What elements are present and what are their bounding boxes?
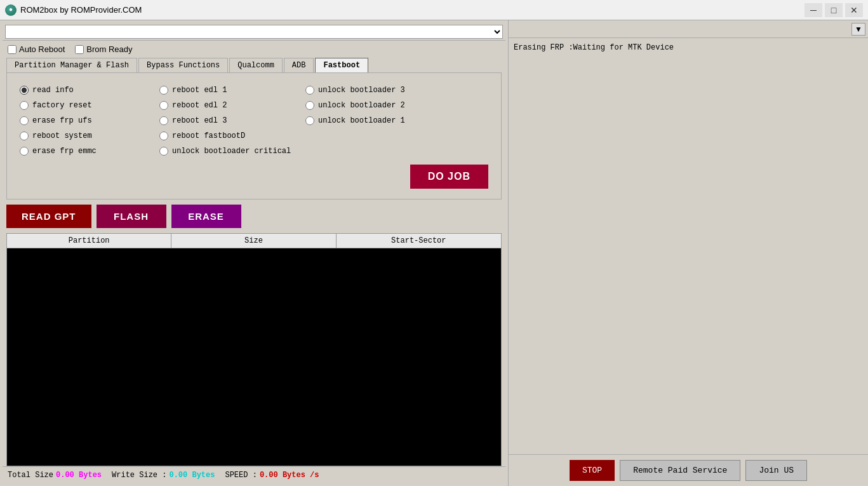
- checkbox-row: Auto Reboot Brom Ready: [3, 41, 505, 58]
- erase-button[interactable]: ERASE: [171, 205, 241, 228]
- left-panel: Auto Reboot Brom Ready Partition Manager…: [0, 20, 508, 486]
- radio-erase-frp-emmc: erase frp emmc: [20, 147, 159, 156]
- radio-factory-reset: factory reset: [20, 101, 159, 110]
- minimize-button[interactable]: ─: [805, 3, 822, 17]
- window-controls: ─ □ ✕: [805, 3, 863, 17]
- tab-adb[interactable]: ADB: [284, 58, 314, 72]
- table-header: Partition Size Start-Sector: [6, 233, 502, 248]
- brom-ready-input[interactable]: [75, 45, 84, 54]
- radio-reboot-fastbootd: reboot fastbootD: [159, 132, 305, 140]
- speed-value: 0.00 Bytes /s: [260, 471, 319, 480]
- top-bar: [3, 23, 505, 41]
- auto-reboot-input[interactable]: [8, 45, 17, 54]
- brom-ready-checkbox[interactable]: Brom Ready: [75, 44, 132, 54]
- radio-reboot-edl3: reboot edl 3: [159, 116, 305, 125]
- total-size-item: Total Size 0.00 Bytes: [8, 471, 102, 480]
- do-job-button[interactable]: DO JOB: [410, 165, 488, 189]
- table-col-partition: Partition: [7, 234, 171, 248]
- radio-col-1: read info factory reset erase frp ufs re…: [20, 86, 159, 156]
- radio-unlock-critical-input[interactable]: [159, 147, 168, 156]
- right-bottom-bar: STOP Remote Paid Service Join US: [509, 454, 868, 486]
- maximize-button[interactable]: □: [825, 3, 843, 17]
- title-bar-left: ● ROM2box by ROMProvider.COM: [5, 4, 142, 16]
- radio-reboot-edl1-label: reboot edl 1: [172, 86, 227, 95]
- radio-reboot-edl3-label: reboot edl 3: [172, 116, 227, 125]
- title-bar: ● ROM2box by ROMProvider.COM ─ □ ✕: [0, 0, 868, 20]
- radio-factory-reset-label: factory reset: [32, 101, 92, 110]
- radio-unlock-bl1-label: unlock bootloader 1: [318, 116, 405, 125]
- radio-unlock-bl1-input[interactable]: [305, 116, 314, 125]
- log-text: Erasing FRP :Waiting for MTK Device: [514, 43, 674, 52]
- radio-unlock-bl3: unlock bootloader 3: [305, 86, 451, 95]
- radio-unlock-bl3-input[interactable]: [305, 86, 314, 95]
- radio-reboot-edl3-input[interactable]: [159, 116, 168, 125]
- radio-reboot-edl1-input[interactable]: [159, 86, 168, 95]
- brom-ready-label: Brom Ready: [86, 44, 132, 54]
- main-layout: Auto Reboot Brom Ready Partition Manager…: [0, 20, 868, 486]
- fastboot-tab-content: read info factory reset erase frp ufs re…: [6, 72, 502, 199]
- radio-unlock-bl2: unlock bootloader 2: [305, 101, 451, 110]
- read-gpt-button[interactable]: READ GPT: [6, 205, 91, 228]
- radio-col-3: unlock bootloader 3 unlock bootloader 2 …: [305, 86, 451, 156]
- tab-partition[interactable]: Partition Manager & Flash: [6, 58, 137, 72]
- radio-erase-frp-ufs-input[interactable]: [20, 116, 29, 125]
- radio-erase-frp-ufs: erase frp ufs: [20, 116, 159, 125]
- write-size-value: 0.00 Bytes: [169, 471, 215, 480]
- radio-read-info: read info: [20, 86, 159, 95]
- status-bar: Total Size 0.00 Bytes Write Size : 0.00 …: [3, 466, 505, 483]
- auto-reboot-label: Auto Reboot: [19, 44, 65, 54]
- action-buttons-row: READ GPT FLASH ERASE: [3, 199, 505, 233]
- radio-options-grid: read info factory reset erase frp ufs re…: [15, 81, 493, 161]
- tabs-container: Partition Manager & Flash Bypass Functio…: [3, 58, 505, 72]
- radio-reboot-system: reboot system: [20, 132, 159, 140]
- total-size-value: 0.00 Bytes: [56, 471, 102, 480]
- radio-unlock-critical-label: unlock bootloader critical: [172, 147, 291, 156]
- table-body[interactable]: [6, 248, 502, 466]
- radio-read-info-input[interactable]: [20, 86, 29, 95]
- tab-bypass[interactable]: Bypass Functions: [138, 58, 228, 72]
- right-panel: ▼ Erasing FRP :Waiting for MTK Device ST…: [508, 20, 868, 486]
- right-dropdown-button[interactable]: ▼: [851, 23, 865, 36]
- log-area: Erasing FRP :Waiting for MTK Device: [509, 38, 868, 454]
- radio-unlock-bl3-label: unlock bootloader 3: [318, 86, 405, 95]
- radio-reboot-fastbootd-label: reboot fastbootD: [172, 132, 245, 140]
- app-icon: ●: [5, 4, 17, 16]
- right-top-bar: ▼: [509, 20, 868, 38]
- radio-erase-frp-ufs-label: erase frp ufs: [32, 116, 92, 125]
- radio-reboot-system-label: reboot system: [32, 132, 92, 140]
- radio-reboot-edl2-label: reboot edl 2: [172, 101, 227, 110]
- tab-fastboot[interactable]: Fastboot: [315, 58, 368, 72]
- do-job-row: DO JOB: [15, 161, 493, 191]
- table-col-size: Size: [171, 234, 336, 248]
- write-size-label: Write Size :: [112, 471, 166, 480]
- radio-erase-frp-emmc-input[interactable]: [20, 147, 29, 156]
- auto-reboot-checkbox[interactable]: Auto Reboot: [8, 44, 65, 54]
- table-col-start-sector: Start-Sector: [337, 234, 501, 248]
- top-dropdown[interactable]: [5, 25, 503, 39]
- flash-button[interactable]: FLASH: [97, 205, 166, 228]
- app-title: ROM2box by ROMProvider.COM: [20, 5, 142, 15]
- radio-reboot-system-input[interactable]: [20, 132, 29, 140]
- radio-unlock-bl2-label: unlock bootloader 2: [318, 101, 405, 110]
- radio-read-info-label: read info: [32, 86, 74, 95]
- speed-item: SPEED : 0.00 Bytes /s: [225, 471, 319, 480]
- close-button[interactable]: ✕: [845, 3, 863, 17]
- radio-factory-reset-input[interactable]: [20, 101, 29, 110]
- radio-reboot-edl2-input[interactable]: [159, 101, 168, 110]
- radio-unlock-bl1: unlock bootloader 1: [305, 116, 451, 125]
- join-us-button[interactable]: Join US: [745, 460, 807, 481]
- write-size-item: Write Size : 0.00 Bytes: [112, 471, 215, 480]
- tab-qualcomm[interactable]: Qualcomm: [229, 58, 283, 72]
- speed-label: SPEED :: [225, 471, 257, 480]
- remote-paid-button[interactable]: Remote Paid Service: [620, 460, 740, 481]
- total-size-label: Total Size: [8, 471, 53, 480]
- radio-erase-frp-emmc-label: erase frp emmc: [32, 147, 97, 156]
- radio-unlock-bl2-input[interactable]: [305, 101, 314, 110]
- stop-button[interactable]: STOP: [570, 460, 615, 481]
- radio-unlock-critical: unlock bootloader critical: [159, 147, 305, 156]
- radio-reboot-edl1: reboot edl 1: [159, 86, 305, 95]
- radio-reboot-fastbootd-input[interactable]: [159, 132, 168, 140]
- radio-reboot-edl2: reboot edl 2: [159, 101, 305, 110]
- partition-table-container: Partition Size Start-Sector: [6, 233, 502, 466]
- radio-col-2: reboot edl 1 reboot edl 2 reboot edl 3 r…: [159, 86, 305, 156]
